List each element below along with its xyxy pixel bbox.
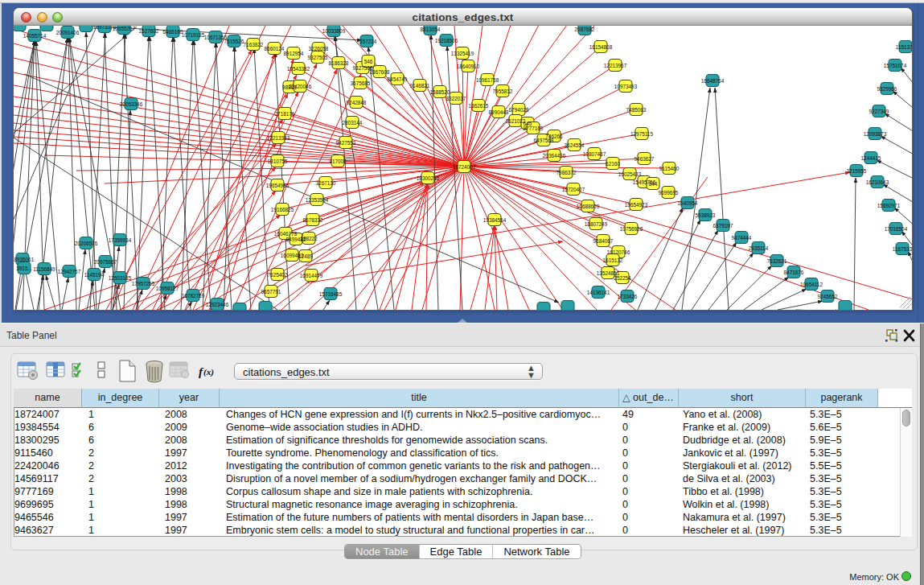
svg-text:17016504: 17016504 bbox=[885, 226, 908, 232]
svg-text:20364436: 20364436 bbox=[543, 153, 566, 159]
svg-text:20206576: 20206576 bbox=[75, 241, 98, 246]
svg-text:1640954: 1640954 bbox=[678, 200, 698, 206]
svg-text:5938923: 5938923 bbox=[696, 212, 716, 218]
svg-text:18640910: 18640910 bbox=[457, 64, 480, 69]
svg-text:17359934: 17359934 bbox=[109, 237, 132, 243]
svg-text:9146821: 9146821 bbox=[410, 83, 430, 89]
svg-text:1145194: 1145194 bbox=[84, 272, 105, 278]
svg-text:9684067: 9684067 bbox=[593, 238, 614, 244]
svg-text:18300295: 18300295 bbox=[417, 175, 440, 181]
svg-text:9115460: 9115460 bbox=[659, 166, 680, 171]
svg-text:7163822: 7163822 bbox=[244, 42, 264, 47]
svg-text:1733426: 1733426 bbox=[618, 294, 638, 299]
svg-text:13325419: 13325419 bbox=[451, 51, 474, 56]
svg-text:15751074: 15751074 bbox=[884, 63, 907, 68]
svg-text:12093873: 12093873 bbox=[864, 131, 887, 137]
svg-text:12503185: 12503185 bbox=[109, 275, 132, 281]
svg-text:8990448: 8990448 bbox=[489, 109, 509, 115]
svg-text:3624554: 3624554 bbox=[565, 142, 585, 148]
svg-text:8186328: 8186328 bbox=[329, 60, 349, 66]
svg-text:15716485: 15716485 bbox=[319, 291, 343, 297]
svg-text:22420046: 22420046 bbox=[289, 84, 312, 89]
svg-text:3226058: 3226058 bbox=[309, 46, 329, 51]
svg-text:188222: 188222 bbox=[300, 236, 318, 241]
svg-text:6379197: 6379197 bbox=[713, 223, 733, 229]
svg-text:16046778: 16046778 bbox=[274, 231, 298, 237]
svg-text:19654985: 19654985 bbox=[266, 183, 290, 188]
svg-text:19654923: 19654923 bbox=[625, 202, 648, 208]
svg-text:(x): (x) bbox=[203, 367, 214, 377]
svg-text:1810755: 1810755 bbox=[268, 159, 288, 164]
svg-text:8454749: 8454749 bbox=[388, 76, 408, 82]
svg-text:16782759: 16782759 bbox=[182, 293, 205, 299]
svg-text:546: 546 bbox=[364, 59, 373, 64]
svg-text:252254: 252254 bbox=[614, 275, 631, 281]
svg-text:417008: 417008 bbox=[329, 159, 347, 164]
svg-text:10025433: 10025433 bbox=[618, 171, 642, 177]
svg-text:7357224: 7357224 bbox=[357, 39, 377, 44]
svg-text:10719185: 10719185 bbox=[182, 32, 205, 38]
svg-text:18935061: 18935061 bbox=[14, 257, 35, 262]
svg-text:18724007: 18724007 bbox=[453, 164, 476, 170]
svg-text:12353594: 12353594 bbox=[306, 197, 329, 203]
svg-text:7632621: 7632621 bbox=[767, 258, 787, 264]
svg-text:20091406: 20091406 bbox=[56, 30, 80, 35]
svg-text:1588520: 1588520 bbox=[430, 89, 450, 95]
svg-text:3915...: 3915... bbox=[16, 266, 32, 271]
svg-text:19218506: 19218506 bbox=[435, 38, 458, 43]
svg-text:3675685: 3675685 bbox=[351, 80, 371, 86]
svg-text:20975867: 20975867 bbox=[94, 259, 117, 265]
svg-text:8678332: 8678332 bbox=[303, 217, 323, 223]
svg-text:9227349: 9227349 bbox=[869, 109, 889, 114]
svg-text:16210643: 16210643 bbox=[866, 179, 889, 185]
svg-text:15720407: 15720407 bbox=[562, 187, 585, 192]
svg-text:10655267: 10655267 bbox=[113, 26, 136, 31]
svg-text:19384554: 19384554 bbox=[483, 217, 507, 223]
svg-text:2718176: 2718176 bbox=[275, 111, 295, 117]
svg-text:16914479: 16914479 bbox=[300, 273, 323, 278]
svg-text:10033809: 10033809 bbox=[322, 28, 346, 34]
svg-text:7986372: 7986372 bbox=[556, 170, 577, 175]
svg-text:2935114: 2935114 bbox=[749, 245, 769, 251]
svg-text:12489: 12489 bbox=[298, 253, 313, 259]
svg-text:8660124: 8660124 bbox=[265, 46, 285, 51]
svg-text:7625402: 7625402 bbox=[268, 272, 288, 278]
svg-text:8912954: 8912954 bbox=[284, 51, 304, 56]
svg-text:10543382: 10543382 bbox=[287, 66, 310, 72]
svg-text:15692971: 15692971 bbox=[877, 203, 901, 208]
svg-text:9245652: 9245652 bbox=[818, 294, 838, 299]
svg-text:9657791: 9657791 bbox=[261, 289, 281, 295]
svg-text:3215955: 3215955 bbox=[847, 168, 867, 174]
svg-text:8813054: 8813054 bbox=[421, 27, 441, 32]
svg-text:10756928: 10756928 bbox=[620, 226, 643, 232]
svg-text:12213967: 12213967 bbox=[604, 63, 627, 68]
svg-text:10654112: 10654112 bbox=[800, 282, 823, 287]
svg-text:10961758: 10961758 bbox=[476, 77, 499, 83]
svg-text:2803144: 2803144 bbox=[343, 120, 363, 126]
svg-text:3267130: 3267130 bbox=[316, 180, 336, 186]
svg-text:9427552: 9427552 bbox=[336, 140, 356, 146]
svg-text:1167533: 1167533 bbox=[893, 246, 912, 252]
svg-text:14136141: 14136141 bbox=[587, 290, 610, 295]
svg-text:9699695: 9699695 bbox=[659, 190, 679, 196]
svg-text:10973493: 10973493 bbox=[614, 84, 638, 89]
svg-text:844: 844 bbox=[649, 181, 658, 187]
svg-text:9242848: 9242848 bbox=[347, 100, 367, 105]
svg-text:2087682: 2087682 bbox=[575, 27, 595, 32]
svg-text:19166825: 19166825 bbox=[271, 207, 294, 212]
svg-text:6466160: 6466160 bbox=[163, 29, 183, 35]
svg-text:1362615: 1362615 bbox=[469, 103, 489, 109]
svg-text:7515526: 7515526 bbox=[224, 39, 244, 44]
svg-text:11156849: 11156849 bbox=[33, 266, 55, 272]
svg-text:12975115: 12975115 bbox=[630, 131, 653, 137]
svg-text:12213383: 12213383 bbox=[267, 135, 290, 141]
svg-text:9474444: 9474444 bbox=[732, 235, 752, 241]
svg-text:20053346: 20053346 bbox=[120, 101, 143, 107]
svg-text:9329966: 9329966 bbox=[877, 86, 897, 92]
svg-text:7955812: 7955812 bbox=[493, 89, 513, 94]
svg-text:7485063: 7485063 bbox=[626, 107, 647, 113]
svg-text:9777169: 9777169 bbox=[524, 126, 544, 131]
svg-text:62160: 62160 bbox=[606, 161, 620, 167]
svg-text:14055714: 14055714 bbox=[23, 33, 47, 39]
svg-text:17957255: 17957255 bbox=[132, 281, 155, 286]
